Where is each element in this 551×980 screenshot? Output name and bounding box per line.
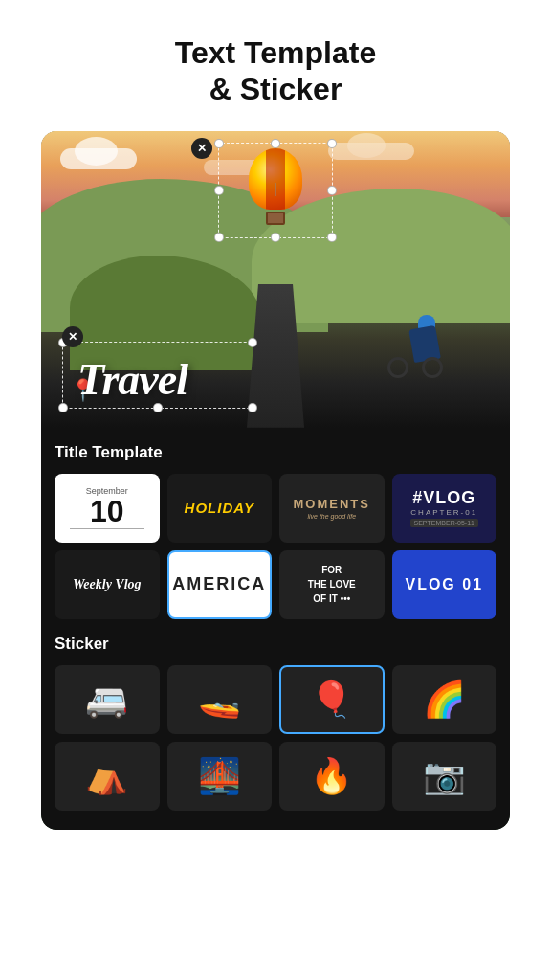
- page-title: Text Template & Sticker: [175, 34, 376, 108]
- canvas-background: ✕ ✕ 📍 Travel: [41, 131, 510, 428]
- handle-tm[interactable]: [271, 139, 280, 148]
- handle-tl[interactable]: [214, 139, 224, 148]
- template-item-holiday[interactable]: HOLIDAY: [167, 474, 273, 543]
- template-moments-text: MOMENTS: [294, 497, 370, 511]
- bottom-panel: Title Template September 10 HOLIDAY MOME…: [41, 428, 510, 830]
- template-grid: September 10 HOLIDAY MOMENTS live the go…: [55, 474, 496, 619]
- cloud-3: [328, 143, 414, 160]
- template-item-moments[interactable]: MOMENTS live the good life: [279, 474, 385, 543]
- sticker-item-caravan[interactable]: 🚐: [55, 665, 160, 734]
- sticker-item-rainbow[interactable]: 🌈: [392, 665, 497, 734]
- template-weekly-text: Weekly Vlog: [73, 577, 142, 592]
- sticker-item-fire[interactable]: 🔥: [279, 742, 385, 811]
- template-america-text: AMERICA: [172, 574, 266, 594]
- template-holiday-text: HOLIDAY: [185, 500, 254, 516]
- template-item-love[interactable]: FORTHE LOVEOF IT •••: [279, 550, 385, 619]
- balloon-stripe-1: [266, 148, 276, 210]
- cloud-1: [60, 148, 137, 169]
- canvas-container: ✕ ✕ 📍 Travel Title Template: [41, 131, 510, 830]
- balloon-stripe-2: [276, 148, 285, 210]
- text-handle-bm[interactable]: [153, 403, 163, 412]
- template-vlog-date: SEPTEMBER-05-11: [410, 519, 478, 527]
- balloon-sticker[interactable]: [237, 148, 314, 225]
- template-item-vlog01[interactable]: VLOG 01: [392, 550, 497, 619]
- template-vlog-hash: #VLOG: [412, 488, 475, 508]
- text-handle-bl[interactable]: [58, 403, 68, 412]
- handle-br[interactable]: [327, 233, 337, 242]
- sticker-item-tent[interactable]: ⛺: [55, 742, 160, 811]
- template-item-america[interactable]: AMERICA: [167, 550, 273, 619]
- handle-tr[interactable]: [327, 139, 337, 148]
- balloon-body: [249, 148, 302, 210]
- title-template-label: Title Template: [55, 443, 496, 462]
- template-moments-sub: live the good life: [307, 513, 356, 520]
- template-date-underline: [70, 528, 144, 529]
- template-love-text: FORTHE LOVEOF IT •••: [308, 563, 356, 606]
- map-pin-emoji: 📍: [70, 378, 96, 403]
- handle-bm[interactable]: [271, 233, 280, 242]
- cyclist: [386, 303, 443, 380]
- template-item-date[interactable]: September 10: [55, 474, 160, 543]
- text-handle-tr[interactable]: [248, 338, 257, 347]
- sticker-item-camera[interactable]: 📷: [392, 742, 497, 811]
- template-vlog01-text: VLOG 01: [405, 576, 483, 593]
- handle-ml[interactable]: [214, 186, 224, 195]
- cyclist-wheel1: [387, 357, 408, 378]
- balloon-rope: [276, 183, 276, 196]
- sticker-item-balloon[interactable]: 🎈: [279, 665, 385, 734]
- close-balloon-button[interactable]: ✕: [191, 138, 212, 159]
- sticker-item-bridge[interactable]: 🌉: [167, 742, 273, 811]
- template-item-weekly[interactable]: Weekly Vlog: [55, 550, 160, 619]
- sticker-grid: 🚐 🚤 🎈 🌈 ⛺ 🌉 🔥 📷: [55, 665, 496, 811]
- sticker-item-boat[interactable]: 🚤: [167, 665, 273, 734]
- template-item-vlog[interactable]: #VLOG CHAPTER-01 SEPTEMBER-05-11: [392, 474, 497, 543]
- text-handle-br[interactable]: [248, 403, 257, 412]
- handle-mr[interactable]: [327, 186, 337, 195]
- balloon-basket: [266, 212, 285, 225]
- template-date-day: 10: [90, 496, 124, 526]
- template-vlog-chapter: CHAPTER-01: [410, 508, 477, 517]
- sticker-section-label: Sticker: [55, 635, 496, 654]
- handle-bl[interactable]: [214, 233, 224, 242]
- cyclist-wheel2: [422, 357, 443, 378]
- close-text-button[interactable]: ✕: [62, 326, 83, 347]
